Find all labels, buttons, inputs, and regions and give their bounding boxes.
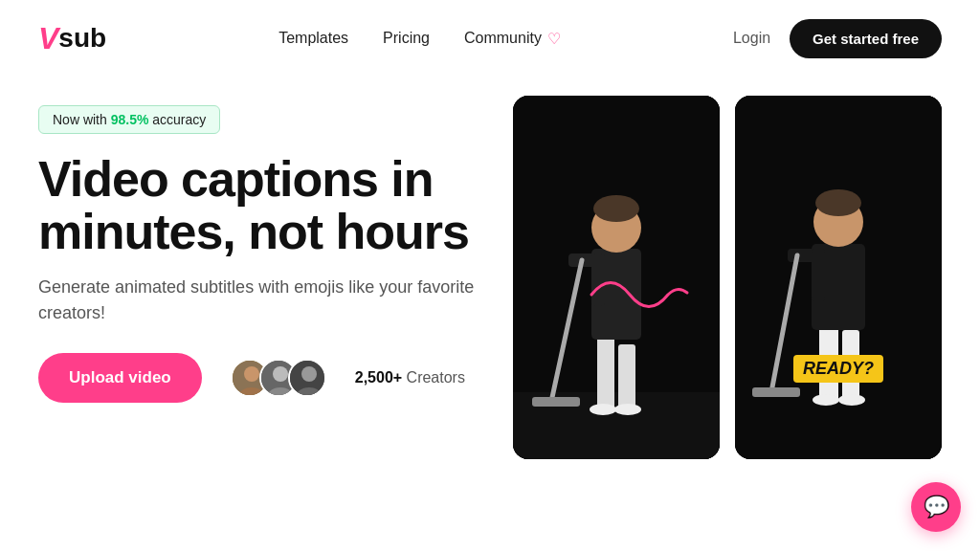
main-nav: Templates Pricing Community ♡ [278, 30, 561, 48]
header-actions: Login Get started free [733, 19, 942, 58]
video-card-left [513, 96, 720, 459]
video-bg-right: READY? [735, 96, 942, 459]
accuracy-badge: Now with 98.5% accuracy [38, 105, 220, 134]
creators-number: 2,500+ [355, 369, 402, 386]
creators-count: 2,500+ Creators [355, 369, 465, 386]
svg-point-33 [838, 394, 865, 406]
svg-point-27 [815, 189, 861, 216]
svg-rect-11 [597, 335, 614, 411]
svg-rect-31 [752, 387, 800, 397]
left-content: Now with 98.5% accuracy Video captions i… [38, 96, 507, 459]
get-started-button[interactable]: Get started free [790, 19, 942, 58]
nav-templates[interactable]: Templates [278, 30, 348, 47]
svg-rect-19 [532, 397, 580, 407]
logo[interactable]: Vsub [38, 21, 106, 56]
nav-community[interactable]: Community ♡ [464, 30, 561, 48]
chat-bubble[interactable]: 💬 [911, 482, 961, 532]
avatar-3 [288, 359, 326, 397]
header: Vsub Templates Pricing Community ♡ Login… [0, 0, 980, 77]
svg-point-4 [273, 366, 288, 382]
upload-video-button[interactable]: Upload video [38, 353, 202, 403]
bottom-actions: Upload video [38, 353, 507, 403]
community-label: Community [464, 30, 542, 47]
svg-rect-12 [618, 344, 635, 411]
svg-point-20 [590, 404, 616, 415]
svg-point-21 [614, 404, 641, 415]
svg-rect-28 [788, 249, 814, 262]
svg-point-32 [813, 394, 839, 406]
svg-point-7 [301, 366, 317, 382]
logo-v: V [38, 21, 58, 56]
accuracy-value: 98.5% [111, 112, 149, 127]
chat-icon: 💬 [924, 495, 949, 519]
nav-pricing[interactable]: Pricing [383, 30, 430, 47]
creator-avatars [231, 359, 326, 397]
svg-point-1 [244, 366, 259, 382]
badge-prefix: Now with [53, 112, 111, 127]
heart-icon: ♡ [547, 30, 561, 48]
video-bg-left [513, 96, 720, 459]
hero-title: Video captions in minutes, not hours [38, 153, 507, 257]
creators-label: Creators [402, 369, 465, 386]
video-cards: READY? [513, 96, 942, 459]
logo-text: sub [58, 23, 106, 54]
svg-point-15 [593, 195, 639, 222]
badge-suffix: accuracy [148, 112, 206, 127]
squiggle-svg [582, 266, 697, 323]
video-card-right: READY? [735, 96, 942, 459]
login-link[interactable]: Login [733, 30, 770, 47]
person-svg-right [735, 96, 942, 459]
main-content: Now with 98.5% accuracy Video captions i… [0, 77, 980, 459]
hero-subtitle: Generate animated subtitles with emojis … [38, 275, 507, 326]
ready-badge: READY? [793, 355, 883, 383]
svg-rect-29 [812, 249, 825, 301]
